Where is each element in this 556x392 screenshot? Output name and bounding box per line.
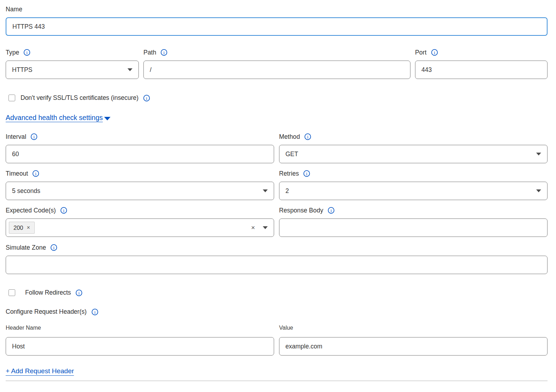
chevron-down-icon xyxy=(536,189,541,192)
info-icon[interactable]: i xyxy=(91,308,98,316)
port-field: Port i xyxy=(415,48,548,79)
svg-text:i: i xyxy=(306,171,307,176)
timeout-select[interactable]: 5 seconds xyxy=(6,182,274,200)
simulate-zone-label: Simulate Zone xyxy=(6,244,46,251)
svg-text:i: i xyxy=(307,134,308,140)
retries-select-value: 2 xyxy=(285,187,536,195)
advanced-settings-link[interactable]: Advanced health check settings xyxy=(6,114,103,122)
port-input[interactable] xyxy=(415,61,548,79)
method-field: Method i GET xyxy=(279,132,548,163)
svg-text:i: i xyxy=(434,50,435,55)
svg-text:i: i xyxy=(79,290,80,295)
header-name-input[interactable] xyxy=(6,337,274,356)
type-select[interactable]: HTTPS xyxy=(6,61,139,79)
code-tag: 200 × xyxy=(9,222,35,234)
advanced-settings-row: Advanced health check settings xyxy=(6,114,548,122)
name-label: Name xyxy=(6,6,22,13)
expected-codes-multiselect[interactable]: 200 × × xyxy=(6,218,274,237)
response-body-input[interactable] xyxy=(279,218,548,237)
timeout-field: Timeout i 5 seconds xyxy=(6,169,274,200)
svg-text:i: i xyxy=(53,245,55,250)
chevron-down-icon xyxy=(536,153,541,155)
method-label: Method xyxy=(279,133,300,141)
retries-field: Retries i 2 xyxy=(279,169,548,200)
follow-redirects-label: Follow Redirects xyxy=(25,289,71,296)
chevron-down-icon xyxy=(127,68,132,71)
svg-text:i: i xyxy=(27,50,28,55)
triangle-down-icon[interactable] xyxy=(104,117,110,120)
interval-input[interactable] xyxy=(6,145,274,163)
svg-text:i: i xyxy=(164,50,165,55)
type-field: Type i HTTPS xyxy=(6,48,139,79)
name-field: Name xyxy=(6,5,548,36)
chevron-down-icon[interactable] xyxy=(263,226,268,229)
add-header-row: + Add Request Header xyxy=(6,367,548,375)
code-tag-value: 200 xyxy=(13,225,23,231)
retries-label: Retries xyxy=(279,170,299,177)
info-icon[interactable]: i xyxy=(32,170,39,177)
ssl-verify-label: Don't verify SSL/TLS certificates (insec… xyxy=(21,94,138,102)
expected-codes-label: Expected Code(s) xyxy=(6,207,56,214)
info-icon[interactable]: i xyxy=(304,133,311,140)
follow-redirects-checkbox[interactable] xyxy=(8,289,15,296)
svg-text:i: i xyxy=(146,95,147,101)
interval-label: Interval xyxy=(6,133,26,141)
request-header-row: Header Name Value xyxy=(6,316,548,356)
name-input[interactable] xyxy=(6,17,548,36)
follow-redirects-row: Follow Redirects i xyxy=(6,289,548,296)
timeout-label: Timeout xyxy=(6,170,28,177)
ssl-verify-row: Don't verify SSL/TLS certificates (insec… xyxy=(6,94,548,102)
header-value-input[interactable] xyxy=(279,337,548,356)
svg-text:i: i xyxy=(330,208,332,213)
header-value-column-label: Value xyxy=(279,325,548,331)
interval-field: Interval i xyxy=(6,132,274,163)
remove-tag-icon[interactable]: × xyxy=(27,225,30,231)
simulate-zone-input[interactable] xyxy=(6,256,548,274)
info-icon[interactable]: i xyxy=(75,289,83,296)
timeout-select-value: 5 seconds xyxy=(12,187,263,195)
info-icon[interactable]: i xyxy=(60,207,67,214)
clear-all-icon[interactable]: × xyxy=(251,224,255,232)
health-check-form: Name Type i HTTPS Path i xyxy=(0,0,556,381)
info-icon[interactable]: i xyxy=(30,133,38,140)
info-icon[interactable]: i xyxy=(431,49,438,56)
response-body-label: Response Body xyxy=(279,207,323,214)
svg-text:i: i xyxy=(35,171,36,176)
method-select[interactable]: GET xyxy=(279,145,548,163)
response-body-field: Response Body i xyxy=(279,206,548,237)
svg-text:i: i xyxy=(94,309,96,314)
chevron-down-icon xyxy=(263,189,268,192)
port-label: Port xyxy=(415,49,427,56)
type-select-value: HTTPS xyxy=(12,66,127,74)
path-label: Path xyxy=(143,49,156,56)
section-divider xyxy=(6,381,548,381)
info-icon[interactable]: i xyxy=(50,244,57,251)
simulate-zone-field: Simulate Zone i xyxy=(6,243,548,274)
header-value-field: Value xyxy=(279,316,548,356)
path-field: Path i xyxy=(143,48,410,79)
svg-text:i: i xyxy=(63,208,64,213)
header-name-field: Header Name xyxy=(6,316,274,356)
info-icon[interactable]: i xyxy=(143,95,150,102)
method-select-value: GET xyxy=(285,150,536,158)
info-icon[interactable]: i xyxy=(160,49,168,56)
info-icon[interactable]: i xyxy=(303,170,310,177)
path-input[interactable] xyxy=(143,61,410,79)
retries-select[interactable]: 2 xyxy=(279,182,548,200)
info-icon[interactable]: i xyxy=(23,49,30,56)
svg-text:i: i xyxy=(33,134,35,140)
add-request-header-link[interactable]: + Add Request Header xyxy=(6,367,74,375)
request-headers-label: Configure Request Header(s) xyxy=(6,308,87,316)
ssl-verify-checkbox[interactable] xyxy=(8,95,15,101)
request-headers-heading: Configure Request Header(s) i xyxy=(6,308,548,316)
type-label: Type xyxy=(6,49,19,56)
expected-codes-field: Expected Code(s) i 200 × × xyxy=(6,206,274,237)
info-icon[interactable]: i xyxy=(328,207,335,214)
header-name-column-label: Header Name xyxy=(6,325,274,331)
